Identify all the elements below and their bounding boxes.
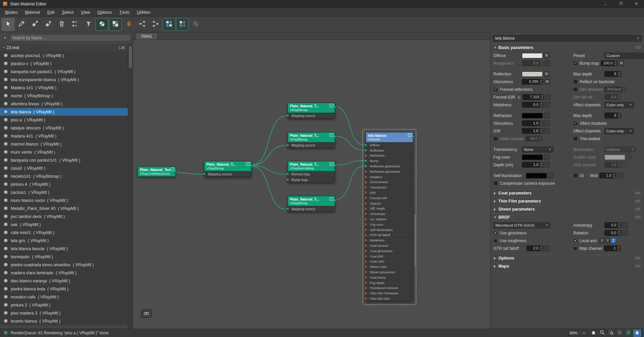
anisotropy-map-button[interactable] (622, 222, 628, 228)
dim-distance-checkbox[interactable] (573, 87, 578, 92)
rotation-map-button[interactable] (622, 230, 628, 236)
thin-walled-checkbox[interactable] (573, 136, 578, 141)
node-slots-scrollbar[interactable] (415, 214, 417, 267)
reflection-affect-channels-dropdown[interactable]: Color only (604, 102, 634, 108)
input-connector[interactable] (203, 173, 205, 175)
node-input-slot[interactable]: Translucent (366, 184, 413, 190)
dim-fall-off-spinner[interactable]: 0.0 (604, 94, 621, 100)
input-connector[interactable] (365, 181, 367, 183)
input-connector[interactable] (365, 244, 367, 247)
collapse-node-button[interactable] (330, 162, 334, 166)
node-input-slot[interactable]: Normal map (288, 171, 335, 177)
material-list-item[interactable]: cafe mix#1( VRayMtl ) (0, 229, 128, 237)
preset-dropdown[interactable]: Custom (604, 53, 644, 59)
search-input[interactable] (9, 34, 130, 42)
material-list-item[interactable]: casa3( VRayMtl ) (0, 164, 128, 172)
node-input-slot[interactable]: Opacity (366, 201, 413, 206)
node-input-slot[interactable]: Mapping source (288, 206, 335, 212)
menu-utilities[interactable]: Utilities (133, 8, 154, 16)
use-glossiness-radio[interactable] (493, 231, 497, 235)
self-illumination-color-swatch[interactable] (526, 173, 547, 178)
refraction-affect-channels-dropdown[interactable]: Color only (604, 128, 634, 134)
library-group-header[interactable]: 23.matLIB (0, 44, 128, 52)
material-list-item[interactable]: tiles blanco naranja( VRayMtl ) (0, 277, 128, 285)
input-connector[interactable] (365, 282, 367, 284)
node-input-slot[interactable]: Reflection (366, 148, 413, 153)
node-input-slot[interactable]: Environment (366, 179, 413, 185)
show-material-id-channel-button[interactable]: 0 (122, 18, 135, 31)
zoom-level-dropdown[interactable]: 89% (568, 330, 587, 336)
reflection-map-m-button[interactable]: M (544, 71, 549, 77)
metalness-spinner[interactable]: 0.0 (522, 102, 543, 108)
reflection-glossiness-spinner[interactable]: 0.295 (522, 79, 543, 85)
active-material-dropdown[interactable]: tela blanca (493, 35, 642, 42)
bump-map-m-button[interactable]: M (619, 60, 624, 66)
node-input-slot[interactable]: Sheen color (366, 264, 413, 269)
node-wire[interactable] (335, 107, 364, 145)
material-list-item[interactable]: pintura 4( VRayMtl ) (0, 180, 128, 188)
node-wire[interactable] (252, 146, 286, 165)
select-by-material-button[interactable] (190, 18, 202, 31)
compensate-camera-exposure-checkbox[interactable] (493, 181, 498, 185)
translucency-dropdown[interactable]: None (522, 147, 553, 153)
rollout-brdf[interactable]: BRDF (493, 213, 642, 221)
abbe-number-spinner[interactable]: 50.0 (526, 136, 542, 142)
output-connector[interactable] (250, 164, 253, 167)
input-connector[interactable] (365, 170, 367, 173)
node-input-slot[interactable]: Translucent amount (366, 285, 413, 291)
node-input-slot[interactable]: Coat glossiness (366, 248, 413, 254)
node-wire[interactable] (335, 161, 364, 165)
scatter-color-swatch[interactable] (604, 155, 625, 160)
menu-tools[interactable]: Tools (116, 8, 133, 16)
input-connector[interactable] (365, 271, 367, 273)
node-input-slot[interactable]: Bump map (288, 177, 335, 182)
select-tool-button[interactable] (2, 18, 14, 31)
material-list-item[interactable]: banqueta con pasto#1#1( VRayMtl ) (0, 156, 128, 164)
material-list-item[interactable]: noche( VRayBitmap ) (0, 92, 128, 100)
menu-options[interactable]: Options (94, 8, 115, 16)
input-connector[interactable] (365, 155, 367, 157)
show-background-button[interactable] (109, 18, 122, 31)
node-input-slot[interactable]: Diff. rough. (366, 206, 413, 211)
ior-spinner[interactable]: 1.6 (522, 128, 543, 134)
map-channel-radio[interactable] (573, 246, 577, 250)
pan-mode-active-button[interactable] (633, 330, 641, 337)
node-input-slot[interactable]: GTR tail falloff (366, 232, 413, 238)
material-list-item[interactable]: piso a( VRayMtl ) (0, 116, 128, 124)
tab-view1[interactable]: View1 (136, 33, 158, 40)
rollout-maps[interactable]: Maps (493, 262, 642, 270)
abbe-number-checkbox[interactable] (493, 136, 498, 141)
fog-color-map-button[interactable] (544, 154, 549, 160)
hide-unused-nodeslots-button[interactable] (82, 18, 95, 31)
input-connector[interactable] (286, 178, 289, 181)
bump-map-spinner[interactable]: 100.0 (601, 60, 618, 66)
material-list-item[interactable]: azulejo pisicna1( VRayMtl ) (0, 52, 128, 60)
material-list-item[interactable]: muro verde( VRayMtl ) (0, 148, 128, 156)
node-input-slot[interactable]: Thin Film IOR (366, 296, 413, 301)
node-input-slot[interactable]: Refraction (366, 153, 413, 158)
material-list-item[interactable]: tela gris( VRayMtl ) (0, 237, 128, 245)
input-connector[interactable] (365, 202, 367, 205)
material-list-item[interactable]: micielo1#1( VRayBitmap ) (0, 172, 128, 180)
refraction-max-depth-spinner[interactable]: 8 (604, 113, 621, 118)
diffuse-map-m-button[interactable]: M (544, 53, 549, 58)
material-list-item[interactable]: mosaico cafe( VRayMtl ) (0, 293, 128, 301)
node-input-slot[interactable]: Displace (366, 174, 413, 179)
refraction-map-button[interactable] (544, 113, 549, 118)
refraction-glossiness-spinner[interactable]: 1.0 (522, 120, 543, 126)
node-input-slot[interactable]: Mapping source (204, 171, 251, 177)
input-connector[interactable] (365, 223, 367, 226)
fresnel-reflections-checkbox[interactable] (493, 87, 498, 92)
node-input-slot[interactable]: Mapping source (288, 113, 335, 118)
material-list-item[interactable]: madera 4#1( VRayMtl ) (0, 132, 128, 140)
ior-map-button[interactable] (544, 128, 550, 134)
sss-amount-map-button[interactable] (622, 162, 628, 168)
input-connector[interactable] (286, 208, 289, 210)
reflect-on-backside-checkbox[interactable] (573, 79, 578, 84)
reflection-max-depth-spinner[interactable]: 8 (604, 71, 621, 77)
material-list-item[interactable]: oak( VRayMtl ) (0, 221, 128, 229)
node-input-slot[interactable]: Mapping source (288, 142, 335, 148)
output-connector[interactable] (412, 135, 414, 138)
node-input-slot[interactable]: Coat amount (366, 243, 413, 248)
mult-map-button[interactable] (617, 173, 623, 178)
